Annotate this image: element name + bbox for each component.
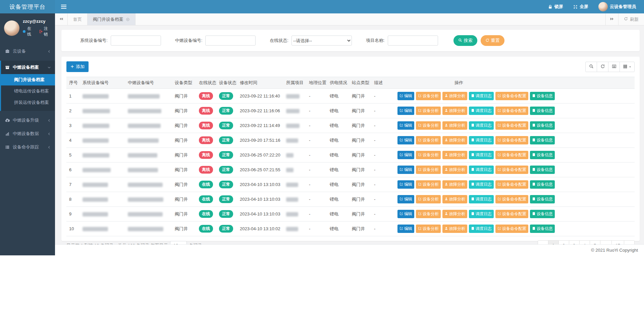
edit-button[interactable]: 编辑 [397, 136, 414, 144]
dispatch-log-button[interactable]: 调度日志 [469, 107, 494, 115]
device-analysis-button[interactable]: 设备分析 [416, 180, 441, 189]
device-command-config-button[interactable]: 设备命令配置 [495, 121, 528, 130]
sidebar-item-cloud-device[interactable]: 云设备 [0, 45, 55, 58]
dispatch-log-button[interactable]: 调度日志 [469, 225, 494, 233]
logout-button[interactable]: 注销 [39, 26, 52, 37]
edit-button[interactable]: 编辑 [397, 225, 414, 233]
dispatch-log-button[interactable]: 调度日志 [469, 136, 494, 144]
dispatch-log-button[interactable]: 调度日志 [469, 210, 494, 218]
device-analysis-button[interactable]: 设备分析 [416, 151, 441, 159]
device-info-button[interactable]: 设备信息 [530, 121, 555, 130]
table-refresh-button[interactable] [597, 62, 608, 72]
device-info-button[interactable]: 设备信息 [530, 136, 555, 144]
table-columns-button[interactable] [620, 62, 635, 72]
page-next-button[interactable]: › [624, 240, 635, 244]
sidebar-toggle-button[interactable] [55, 0, 72, 13]
page-size-select[interactable]: 10 [170, 241, 187, 244]
device-info-button[interactable]: 设备信息 [530, 151, 555, 159]
edit-button[interactable]: 编辑 [397, 180, 414, 189]
dispatch-log-button[interactable]: 调度日志 [469, 92, 494, 100]
device-info-button[interactable]: 设备信息 [530, 166, 555, 174]
dispatch-log-button[interactable]: 调度日志 [469, 151, 494, 159]
add-button[interactable]: 添加 [66, 61, 89, 72]
device-analysis-button[interactable]: 设备分析 [416, 121, 441, 130]
device-command-config-button[interactable]: 设备命令配置 [495, 136, 528, 144]
device-info-button[interactable]: 设备信息 [530, 92, 555, 100]
page-button-17[interactable]: 17 [611, 240, 624, 244]
tabs-scroll-right-button[interactable] [605, 13, 618, 25]
device-analysis-button[interactable]: 设备分析 [416, 225, 441, 233]
table-search-button[interactable] [585, 62, 597, 72]
refresh-tab-button[interactable]: 刷新 [618, 13, 644, 25]
fault-analysis-button[interactable]: 故障分析 [442, 151, 467, 159]
fault-analysis-button[interactable]: 故障分析 [442, 121, 467, 130]
device-info-button[interactable]: 设备信息 [530, 180, 555, 189]
edit-button[interactable]: 编辑 [397, 166, 414, 174]
device-command-config-button[interactable]: 设备命令配置 [495, 195, 528, 203]
device-analysis-button[interactable]: 设备分析 [416, 107, 441, 115]
fault-analysis-button[interactable]: 故障分析 [442, 180, 467, 189]
device-command-config-button[interactable]: 设备命令配置 [495, 210, 528, 218]
dispatch-log-button[interactable]: 调度日志 [469, 195, 494, 203]
system-code-input[interactable] [111, 36, 161, 46]
tabs-scroll-left-button[interactable] [55, 13, 68, 25]
edit-button[interactable]: 编辑 [397, 195, 414, 203]
tab-valve-well-archive[interactable]: 阀门井设备档案 [88, 13, 136, 25]
dispatch-log-button[interactable]: 调度日志 [469, 121, 494, 130]
page-button-5[interactable]: 5 [590, 240, 600, 244]
page-button-3[interactable]: 3 [569, 240, 580, 244]
fault-analysis-button[interactable]: 故障分析 [442, 210, 467, 218]
lock-screen-button[interactable]: 锁屏 [548, 4, 563, 10]
search-button[interactable]: 搜索 [453, 35, 477, 46]
fullscreen-button[interactable]: 全屏 [573, 4, 588, 10]
sidebar-item-assembled-remote-archive[interactable]: 拼装远传设备档案 [1, 97, 55, 108]
sidebar-item-zr-archive[interactable]: 中燃设备档案 [1, 61, 55, 74]
edit-button[interactable]: 编辑 [397, 107, 414, 115]
device-info-button[interactable]: 设备信息 [530, 195, 555, 203]
page-button-4[interactable]: 4 [579, 240, 590, 244]
edit-button[interactable]: 编辑 [397, 151, 414, 159]
device-command-config-button[interactable]: 设备命令配置 [495, 166, 528, 174]
device-analysis-button[interactable]: 设备分析 [416, 166, 441, 174]
edit-button[interactable]: 编辑 [397, 92, 414, 100]
fault-analysis-button[interactable]: 故障分析 [442, 107, 467, 115]
page-prev-button[interactable]: ‹ [538, 240, 548, 244]
zr-code-input[interactable] [205, 36, 256, 46]
device-analysis-button[interactable]: 设备分析 [416, 210, 441, 218]
close-icon[interactable] [126, 17, 130, 21]
device-info-button[interactable]: 设备信息 [530, 107, 555, 115]
dispatch-log-button[interactable]: 调度日志 [469, 180, 494, 189]
page-ellipsis[interactable]: ... [600, 240, 612, 244]
device-command-config-button[interactable]: 设备命令配置 [495, 92, 528, 100]
fault-analysis-button[interactable]: 故障分析 [442, 136, 467, 144]
edit-button[interactable]: 编辑 [397, 121, 414, 130]
sidebar-item-command-tracking[interactable]: 设备命令跟踪 [0, 140, 55, 154]
sidebar-item-zr-data[interactable]: 中燃设备数据 [0, 127, 55, 140]
fault-analysis-button[interactable]: 故障分析 [442, 195, 467, 203]
table-detail-view-button[interactable] [608, 62, 620, 72]
sidebar-item-lithium-remote-archive[interactable]: 锂电远传设备档案 [1, 85, 55, 97]
sidebar-item-zr-upgrade[interactable]: 中燃设备升级 [0, 114, 55, 127]
device-info-button[interactable]: 设备信息 [530, 225, 555, 233]
sidebar-item-valve-well-archive[interactable]: 阀门井设备档案 [1, 74, 55, 85]
fault-analysis-button[interactable]: 故障分析 [442, 166, 467, 174]
device-command-config-button[interactable]: 设备命令配置 [495, 107, 528, 115]
tab-home[interactable]: 首页 [68, 13, 88, 25]
user-menu[interactable]: 云设备管理员 [598, 2, 636, 11]
device-command-config-button[interactable]: 设备命令配置 [495, 180, 528, 189]
fault-analysis-button[interactable]: 故障分析 [442, 92, 467, 100]
device-analysis-button[interactable]: 设备分析 [416, 92, 441, 100]
device-analysis-button[interactable]: 设备分析 [416, 136, 441, 144]
device-info-button[interactable]: 设备信息 [530, 210, 555, 218]
online-status-select[interactable]: --请选择-- [291, 36, 352, 46]
reset-button[interactable]: 重置 [481, 35, 504, 46]
project-name-input[interactable] [388, 36, 438, 46]
page-button-1[interactable]: 1 [548, 240, 559, 244]
dispatch-log-button[interactable]: 调度日志 [469, 166, 494, 174]
device-analysis-button[interactable]: 设备分析 [416, 195, 441, 203]
fault-analysis-button[interactable]: 故障分析 [442, 225, 467, 233]
device-command-config-button[interactable]: 设备命令配置 [495, 151, 528, 159]
page-button-2[interactable]: 2 [558, 240, 569, 244]
edit-button[interactable]: 编辑 [397, 210, 414, 218]
device-command-config-button[interactable]: 设备命令配置 [495, 225, 528, 233]
